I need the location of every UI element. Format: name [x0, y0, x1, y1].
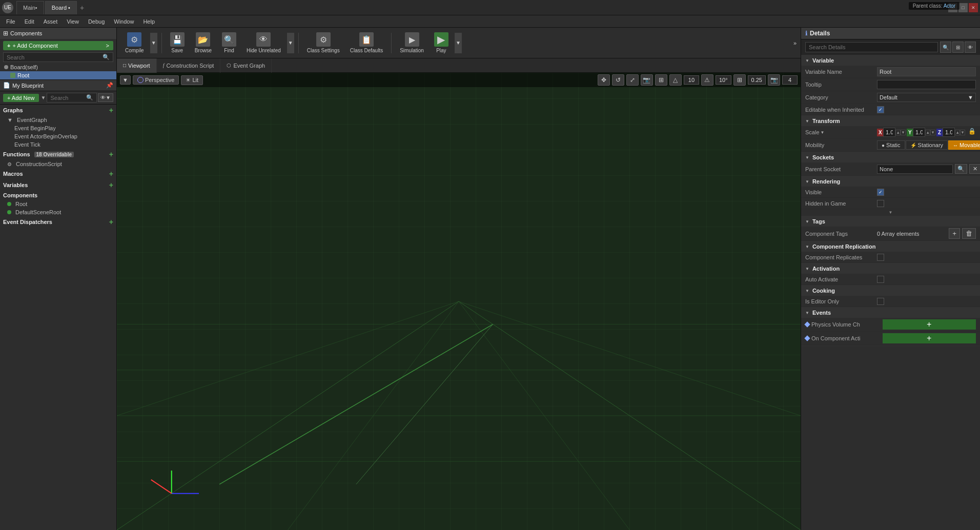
parent-socket-input[interactable]	[877, 165, 953, 174]
vp-angle-btn[interactable]: ⚠	[701, 74, 713, 86]
menu-help[interactable]: Help	[139, 17, 159, 26]
sockets-section-header[interactable]: Sockets	[801, 152, 980, 162]
components-search-input[interactable]	[7, 54, 103, 60]
scale-z-down[interactable]: ▼	[960, 130, 965, 135]
scale-y-up[interactable]: ▲	[925, 130, 930, 135]
bp-item-actoroverlap[interactable]: Event ActorBeginOverlap	[0, 132, 116, 140]
blueprint-search-input[interactable]	[50, 95, 86, 101]
variable-section-header[interactable]: Variable	[801, 55, 980, 66]
tab-main[interactable]: Main•	[16, 1, 44, 14]
details-eye-btn[interactable]: 👁	[965, 42, 976, 53]
editable-inherited-checkbox[interactable]	[877, 106, 884, 113]
bp-category-macros[interactable]: Macros +	[0, 168, 116, 179]
graphs-add-btn[interactable]: +	[109, 106, 113, 114]
tags-section-header[interactable]: Tags	[801, 216, 980, 227]
bp-item-defaultsceneroot[interactable]: DefaultSceneRoot	[0, 208, 116, 216]
play-expand-btn[interactable]: ▼	[455, 33, 462, 53]
toolbar-expand-btn[interactable]: »	[793, 40, 797, 46]
mobility-stationary-btn[interactable]: ⚡ Stationary	[906, 140, 948, 150]
component-replicates-checkbox[interactable]	[877, 254, 884, 261]
vp-rotate-btn[interactable]: ↺	[612, 74, 624, 86]
scale-x-down[interactable]: ▼	[901, 130, 906, 135]
scale-lock-icon[interactable]: 🔒	[968, 128, 976, 137]
functions-add-btn[interactable]: +	[109, 150, 113, 158]
bp-category-graphs[interactable]: Graphs +	[0, 105, 116, 116]
events-section-header[interactable]: Events	[801, 308, 980, 318]
rendering-expand-arrow[interactable]: ▼	[801, 209, 980, 216]
tags-del-btn[interactable]: 🗑	[962, 228, 976, 239]
bp-item-beginplay[interactable]: Event BeginPlay	[0, 124, 116, 132]
details-search-icon-btn[interactable]: 🔍	[940, 42, 951, 53]
bp-category-variables[interactable]: Variables +	[0, 179, 116, 191]
viewport-down-btn[interactable]: ▼	[120, 75, 131, 85]
blueprint-pin-icon[interactable]: 📌	[106, 82, 113, 89]
maximize-btn[interactable]: □	[958, 3, 968, 12]
eventdispatchers-add-btn[interactable]: +	[109, 218, 113, 226]
comp-replication-header[interactable]: Component Replication	[801, 241, 980, 252]
scale-y-down[interactable]: ▼	[930, 130, 935, 135]
category-dropdown[interactable]: Default ▼	[877, 93, 976, 102]
scale-label[interactable]: Scale ▼	[805, 129, 877, 135]
menu-edit[interactable]: Edit	[21, 17, 38, 26]
tree-item-root[interactable]: Root	[0, 71, 116, 79]
save-button[interactable]: 💾 Save	[166, 30, 189, 55]
visible-checkbox[interactable]	[877, 189, 884, 196]
menu-view[interactable]: View	[63, 17, 83, 26]
rendering-section-header[interactable]: Rendering	[801, 176, 980, 187]
bp-category-eventdispatchers[interactable]: Event Dispatchers +	[0, 216, 116, 228]
compile-expand-btn[interactable]: ▼	[150, 33, 157, 53]
tree-item-board[interactable]: Board(self)	[0, 63, 116, 71]
hide-unrelated-button[interactable]: 👁 Hide Unrelated	[242, 30, 285, 55]
vp-grid-icon[interactable]: ⊞	[733, 74, 746, 86]
vp-scale-btn[interactable]: ⤢	[626, 74, 639, 86]
scale-y-input[interactable]: 1.0	[913, 128, 925, 137]
on-component-act-add-btn[interactable]: +	[883, 333, 976, 343]
hidden-in-game-checkbox[interactable]	[877, 200, 884, 207]
tab-event-graph[interactable]: ⬡ Event Graph	[220, 58, 272, 73]
hide-unrelated-expand[interactable]: ▼	[287, 33, 294, 53]
mobility-movable-btn[interactable]: ↔ Movable	[948, 140, 980, 150]
details-search-input[interactable]	[805, 42, 938, 52]
class-defaults-button[interactable]: 📋 Class Defaults	[346, 30, 387, 55]
menu-asset[interactable]: Asset	[39, 17, 62, 26]
scale-z-up[interactable]: ▲	[955, 130, 960, 135]
bp-item-eventtick[interactable]: Event Tick	[0, 140, 116, 149]
play-button[interactable]: ▶ Play	[430, 30, 453, 55]
class-settings-button[interactable]: ⚙ Class Settings	[303, 30, 344, 55]
menu-file[interactable]: File	[2, 17, 19, 26]
auto-activate-checkbox[interactable]	[877, 276, 884, 283]
is-editor-only-checkbox[interactable]	[877, 298, 884, 305]
variable-name-input[interactable]	[877, 67, 976, 76]
simulation-button[interactable]: ▶ Simulation	[396, 30, 428, 55]
vp-angle-icon[interactable]: △	[669, 74, 682, 86]
perspective-btn[interactable]: Perspective	[133, 75, 179, 85]
bp-category-components[interactable]: Components	[0, 191, 116, 200]
find-button[interactable]: 🔍 Find	[218, 30, 240, 55]
socket-search-btn[interactable]: 🔍	[955, 164, 967, 174]
bp-item-root-comp[interactable]: Root	[0, 200, 116, 208]
physics-volume-add-btn[interactable]: +	[883, 319, 976, 330]
variables-add-btn[interactable]: +	[109, 181, 113, 189]
blueprint-eye-button[interactable]: 👁▼	[98, 93, 113, 102]
bp-item-constructionscript[interactable]: ⚙ ConstructionScript	[0, 160, 116, 168]
mobility-static-btn[interactable]: ● Static	[877, 140, 905, 150]
add-new-dropdown[interactable]: ▼	[41, 95, 46, 100]
details-grid-btn[interactable]: ⊞	[952, 42, 964, 53]
menu-window[interactable]: Window	[110, 17, 138, 26]
vp-camera-btn[interactable]: 📷	[641, 74, 653, 86]
vp-grid-toggle[interactable]: ⊞	[655, 74, 667, 86]
bp-item-eventgraph[interactable]: ▼ EventGraph	[0, 116, 116, 124]
tags-add-btn[interactable]: +	[949, 228, 960, 239]
socket-clear-btn[interactable]: ✕	[969, 164, 980, 174]
lit-btn[interactable]: ☀ Lit	[181, 75, 203, 85]
vp-move-btn[interactable]: ✥	[598, 74, 610, 86]
tooltip-input[interactable]	[877, 80, 976, 89]
add-new-button[interactable]: + Add New	[3, 94, 39, 102]
tab-add-btn[interactable]: +	[80, 4, 84, 12]
macros-add-btn[interactable]: +	[109, 170, 113, 178]
tab-viewport[interactable]: □ Viewport	[117, 58, 157, 73]
transform-section-header[interactable]: Transform	[801, 116, 980, 126]
viewport[interactable]: ▼ Perspective ☀ Lit ✥ ↺ ⤢ 📷 ⊞ △ 10 ⚠	[117, 73, 801, 530]
bp-category-functions[interactable]: Functions 18 Overridable +	[0, 149, 116, 160]
vp-camera-icon2[interactable]: 📷	[768, 74, 780, 86]
